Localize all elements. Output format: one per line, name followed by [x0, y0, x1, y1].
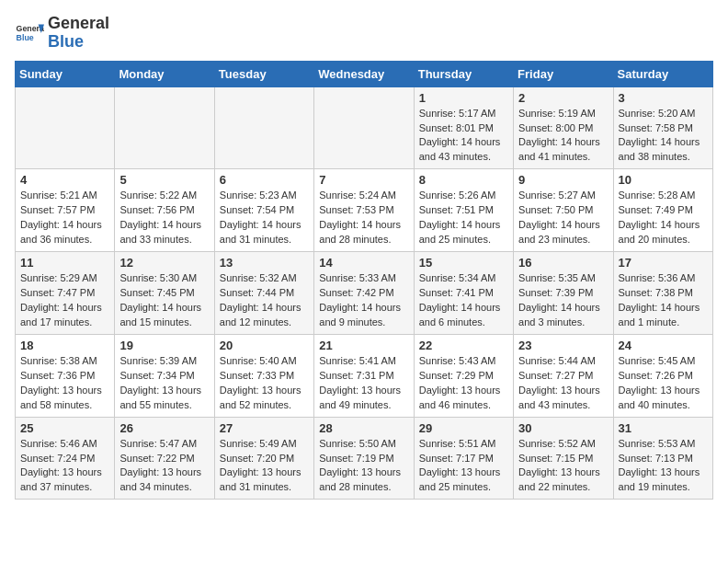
- calendar-cell: 21Sunrise: 5:41 AM Sunset: 7:31 PM Dayli…: [314, 334, 414, 417]
- day-content: Sunrise: 5:32 AM Sunset: 7:44 PM Dayligh…: [220, 271, 309, 330]
- calendar-cell: 3Sunrise: 5:20 AM Sunset: 7:58 PM Daylig…: [613, 86, 712, 169]
- day-number: 30: [518, 421, 608, 435]
- day-number: 9: [518, 173, 608, 187]
- calendar-cell: 7Sunrise: 5:24 AM Sunset: 7:53 PM Daylig…: [314, 169, 414, 252]
- page-header: General Blue General Blue: [15, 15, 713, 52]
- calendar-cell: 9Sunrise: 5:27 AM Sunset: 7:50 PM Daylig…: [514, 169, 613, 252]
- day-content: Sunrise: 5:23 AM Sunset: 7:54 PM Dayligh…: [220, 189, 309, 247]
- calendar-table: SundayMondayTuesdayWednesdayThursdayFrid…: [15, 61, 713, 500]
- day-content: Sunrise: 5:21 AM Sunset: 7:57 PM Dayligh…: [20, 189, 109, 247]
- day-content: Sunrise: 5:44 AM Sunset: 7:27 PM Dayligh…: [518, 354, 608, 413]
- calendar-cell: 12Sunrise: 5:30 AM Sunset: 7:45 PM Dayli…: [115, 252, 214, 335]
- day-content: Sunrise: 5:46 AM Sunset: 7:24 PM Dayligh…: [20, 437, 109, 496]
- calendar-cell: [314, 86, 414, 169]
- day-content: Sunrise: 5:45 AM Sunset: 7:26 PM Dayligh…: [619, 354, 708, 413]
- day-content: Sunrise: 5:30 AM Sunset: 7:45 PM Dayligh…: [119, 271, 209, 330]
- calendar-cell: 25Sunrise: 5:46 AM Sunset: 7:24 PM Dayli…: [16, 417, 115, 500]
- day-content: Sunrise: 5:50 AM Sunset: 7:19 PM Dayligh…: [319, 437, 408, 496]
- calendar-cell: [16, 86, 115, 169]
- day-content: Sunrise: 5:53 AM Sunset: 7:13 PM Dayligh…: [619, 437, 708, 496]
- day-number: 7: [319, 173, 408, 187]
- day-number: 5: [119, 173, 209, 187]
- calendar-cell: 23Sunrise: 5:44 AM Sunset: 7:27 PM Dayli…: [514, 334, 613, 417]
- day-number: 26: [119, 421, 209, 435]
- calendar-cell: 28Sunrise: 5:50 AM Sunset: 7:19 PM Dayli…: [314, 417, 414, 500]
- day-number: 31: [619, 421, 708, 435]
- header-day-sunday: Sunday: [16, 61, 115, 86]
- header-day-wednesday: Wednesday: [314, 61, 414, 86]
- day-number: 21: [319, 339, 408, 352]
- logo-general: General: [48, 14, 109, 32]
- logo-icon: General Blue: [15, 18, 44, 48]
- day-number: 12: [119, 256, 209, 270]
- day-content: Sunrise: 5:49 AM Sunset: 7:20 PM Dayligh…: [220, 437, 309, 496]
- day-number: 25: [20, 421, 109, 435]
- day-content: Sunrise: 5:27 AM Sunset: 7:50 PM Dayligh…: [518, 189, 608, 247]
- calendar-cell: 31Sunrise: 5:53 AM Sunset: 7:13 PM Dayli…: [613, 417, 712, 500]
- day-number: 13: [220, 256, 309, 270]
- logo: General Blue General Blue: [15, 15, 109, 52]
- logo-blue: Blue: [48, 32, 84, 51]
- day-number: 14: [319, 256, 408, 270]
- calendar-cell: 5Sunrise: 5:22 AM Sunset: 7:56 PM Daylig…: [115, 169, 214, 252]
- day-content: Sunrise: 5:24 AM Sunset: 7:53 PM Dayligh…: [319, 189, 408, 247]
- calendar-week-row: 25Sunrise: 5:46 AM Sunset: 7:24 PM Dayli…: [16, 417, 713, 500]
- day-number: 20: [220, 339, 309, 352]
- calendar-cell: [115, 86, 214, 169]
- header-day-thursday: Thursday: [414, 61, 513, 86]
- calendar-cell: 8Sunrise: 5:26 AM Sunset: 7:51 PM Daylig…: [414, 169, 513, 252]
- calendar-cell: 10Sunrise: 5:28 AM Sunset: 7:49 PM Dayli…: [613, 169, 712, 252]
- day-number: 2: [518, 91, 608, 105]
- day-content: Sunrise: 5:17 AM Sunset: 8:01 PM Dayligh…: [419, 107, 508, 166]
- day-content: Sunrise: 5:22 AM Sunset: 7:56 PM Dayligh…: [119, 189, 209, 247]
- calendar-week-row: 11Sunrise: 5:29 AM Sunset: 7:47 PM Dayli…: [16, 252, 713, 335]
- svg-text:Blue: Blue: [17, 33, 34, 42]
- calendar-cell: [214, 86, 313, 169]
- day-content: Sunrise: 5:52 AM Sunset: 7:15 PM Dayligh…: [518, 437, 608, 496]
- calendar-cell: 17Sunrise: 5:36 AM Sunset: 7:38 PM Dayli…: [613, 252, 712, 335]
- calendar-cell: 24Sunrise: 5:45 AM Sunset: 7:26 PM Dayli…: [613, 334, 712, 417]
- calendar-cell: 2Sunrise: 5:19 AM Sunset: 8:00 PM Daylig…: [514, 86, 613, 169]
- calendar-cell: 20Sunrise: 5:40 AM Sunset: 7:33 PM Dayli…: [214, 334, 313, 417]
- header-day-friday: Friday: [514, 61, 613, 86]
- day-content: Sunrise: 5:26 AM Sunset: 7:51 PM Dayligh…: [419, 189, 508, 247]
- day-content: Sunrise: 5:38 AM Sunset: 7:36 PM Dayligh…: [20, 354, 109, 413]
- day-number: 19: [119, 339, 209, 352]
- calendar-cell: 6Sunrise: 5:23 AM Sunset: 7:54 PM Daylig…: [214, 169, 313, 252]
- day-content: Sunrise: 5:39 AM Sunset: 7:34 PM Dayligh…: [119, 354, 209, 413]
- calendar-week-row: 1Sunrise: 5:17 AM Sunset: 8:01 PM Daylig…: [16, 86, 713, 169]
- day-number: 6: [220, 173, 309, 187]
- day-content: Sunrise: 5:28 AM Sunset: 7:49 PM Dayligh…: [619, 189, 708, 247]
- day-number: 18: [20, 339, 109, 352]
- day-content: Sunrise: 5:47 AM Sunset: 7:22 PM Dayligh…: [119, 437, 209, 496]
- day-content: Sunrise: 5:51 AM Sunset: 7:17 PM Dayligh…: [419, 437, 508, 496]
- day-number: 16: [518, 256, 608, 270]
- calendar-cell: 22Sunrise: 5:43 AM Sunset: 7:29 PM Dayli…: [414, 334, 513, 417]
- calendar-cell: 30Sunrise: 5:52 AM Sunset: 7:15 PM Dayli…: [514, 417, 613, 500]
- day-number: 8: [419, 173, 508, 187]
- day-content: Sunrise: 5:20 AM Sunset: 7:58 PM Dayligh…: [619, 107, 708, 166]
- day-number: 4: [20, 173, 109, 187]
- calendar-cell: 11Sunrise: 5:29 AM Sunset: 7:47 PM Dayli…: [16, 252, 115, 335]
- day-number: 22: [419, 339, 508, 352]
- calendar-cell: 1Sunrise: 5:17 AM Sunset: 8:01 PM Daylig…: [414, 86, 513, 169]
- calendar-cell: 26Sunrise: 5:47 AM Sunset: 7:22 PM Dayli…: [115, 417, 214, 500]
- day-number: 28: [319, 421, 408, 435]
- day-number: 3: [619, 91, 708, 105]
- day-number: 10: [619, 173, 708, 187]
- calendar-cell: 27Sunrise: 5:49 AM Sunset: 7:20 PM Dayli…: [214, 417, 313, 500]
- day-content: Sunrise: 5:19 AM Sunset: 8:00 PM Dayligh…: [518, 107, 608, 166]
- calendar-cell: 4Sunrise: 5:21 AM Sunset: 7:57 PM Daylig…: [16, 169, 115, 252]
- header-day-saturday: Saturday: [613, 61, 712, 86]
- calendar-cell: 16Sunrise: 5:35 AM Sunset: 7:39 PM Dayli…: [514, 252, 613, 335]
- day-number: 23: [518, 339, 608, 352]
- calendar-cell: 15Sunrise: 5:34 AM Sunset: 7:41 PM Dayli…: [414, 252, 513, 335]
- day-content: Sunrise: 5:43 AM Sunset: 7:29 PM Dayligh…: [419, 354, 508, 413]
- day-content: Sunrise: 5:35 AM Sunset: 7:39 PM Dayligh…: [518, 271, 608, 330]
- day-content: Sunrise: 5:41 AM Sunset: 7:31 PM Dayligh…: [319, 354, 408, 413]
- day-content: Sunrise: 5:29 AM Sunset: 7:47 PM Dayligh…: [20, 271, 109, 330]
- calendar-cell: 13Sunrise: 5:32 AM Sunset: 7:44 PM Dayli…: [214, 252, 313, 335]
- calendar-cell: 18Sunrise: 5:38 AM Sunset: 7:36 PM Dayli…: [16, 334, 115, 417]
- calendar-header-row: SundayMondayTuesdayWednesdayThursdayFrid…: [16, 61, 713, 86]
- day-content: Sunrise: 5:36 AM Sunset: 7:38 PM Dayligh…: [619, 271, 708, 330]
